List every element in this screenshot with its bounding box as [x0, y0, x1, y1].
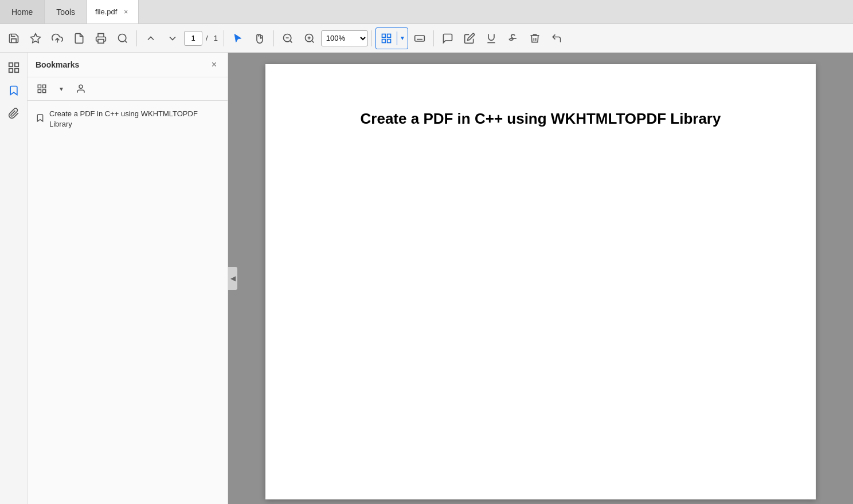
bookmarks-sidebar-button[interactable]: [3, 80, 24, 101]
main-area: Bookmarks × ▼ Create a PDF in C++ using …: [0, 53, 853, 504]
fit-page-button[interactable]: [376, 28, 397, 49]
separator-1: [136, 30, 137, 46]
strikethrough-button[interactable]: [503, 28, 523, 49]
svg-rect-13: [388, 34, 391, 37]
svg-rect-24: [9, 63, 12, 66]
tab-bar: Home Tools file.pdf ×: [0, 0, 853, 24]
svg-marker-0: [31, 33, 41, 42]
navigation-group: / 1: [140, 28, 220, 49]
icon-sidebar: [0, 53, 28, 504]
bookmarks-toolbar: ▼: [28, 77, 228, 101]
svg-point-3: [119, 34, 126, 41]
zoom-in-button[interactable]: [299, 28, 320, 49]
hand-tool-button[interactable]: [249, 28, 270, 49]
tab-home-label: Home: [11, 7, 33, 17]
bookmark-item-icon: [36, 113, 45, 125]
separator-5: [433, 30, 434, 46]
search-button[interactable]: [112, 28, 133, 49]
delete-button[interactable]: [525, 28, 545, 49]
bookmarks-title: Bookmarks: [36, 60, 79, 69]
fit-dropdown-button[interactable]: ▼: [397, 28, 408, 49]
svg-rect-28: [38, 85, 41, 88]
print-button[interactable]: [91, 28, 111, 49]
bookmarks-panel: Bookmarks × ▼ Create a PDF in C++ using …: [28, 53, 228, 504]
separator-2: [224, 30, 224, 46]
page-total: 1: [212, 34, 220, 42]
pdf-viewer[interactable]: Create a PDF in C++ using WKHTMLTOPDF Li…: [228, 53, 853, 504]
next-page-button[interactable]: [162, 28, 183, 49]
zoom-out-button[interactable]: [277, 28, 298, 49]
svg-rect-15: [388, 39, 391, 42]
tab-file[interactable]: file.pdf ×: [87, 0, 139, 23]
pdf-content-title: Create a PDF in C++ using WKHTMLTOPDF Li…: [311, 110, 770, 128]
svg-rect-12: [382, 34, 385, 37]
page-separator: /: [204, 34, 210, 42]
svg-rect-30: [38, 90, 41, 93]
upload-button[interactable]: [47, 28, 68, 49]
svg-line-4: [125, 40, 127, 42]
panel-toggle-icon: ◀: [230, 274, 236, 282]
comment-button[interactable]: [437, 28, 458, 49]
separator-3: [273, 30, 274, 46]
toolbar: / 1 100% 75% 125% 150% 200% Fit Page Fit…: [0, 24, 853, 53]
pdf-page: Create a PDF in C++ using WKHTMLTOPDF Li…: [265, 64, 816, 499]
fit-tool-group: ▼: [375, 27, 408, 49]
pages-sidebar-button[interactable]: [3, 57, 24, 78]
bookmarks-user-button[interactable]: [72, 81, 89, 97]
keyboard-button[interactable]: [409, 28, 430, 49]
svg-rect-26: [9, 69, 12, 72]
panel-toggle-button[interactable]: ◀: [228, 267, 237, 290]
tab-tools-label: Tools: [56, 7, 75, 17]
bookmarks-list-view-button[interactable]: [33, 81, 50, 97]
bookmarks-list: Create a PDF in C++ using WKHTMLTOPDF Li…: [28, 101, 228, 504]
svg-line-6: [290, 40, 292, 42]
bookmark-item-label: Create a PDF in C++ using WKHTMLTOPDF Li…: [49, 109, 220, 129]
bookmarks-header: Bookmarks ×: [28, 53, 228, 77]
svg-point-32: [79, 85, 83, 88]
svg-rect-29: [43, 85, 46, 88]
attachments-sidebar-button[interactable]: [3, 103, 24, 124]
svg-rect-2: [98, 39, 104, 43]
undo-button[interactable]: [546, 28, 567, 49]
prev-page-button[interactable]: [140, 28, 161, 49]
tab-close-button[interactable]: ×: [122, 7, 130, 17]
favorite-button[interactable]: [25, 28, 46, 49]
bookmark-item[interactable]: Create a PDF in C++ using WKHTMLTOPDF Li…: [28, 105, 228, 133]
separator-4: [371, 30, 372, 46]
page-input[interactable]: [184, 31, 202, 46]
tab-tools[interactable]: Tools: [45, 0, 87, 23]
svg-line-9: [312, 40, 314, 42]
underline-button[interactable]: [481, 28, 502, 49]
zoom-select[interactable]: 100% 75% 125% 150% 200% Fit Page Fit Wid…: [321, 30, 368, 46]
svg-rect-27: [14, 69, 18, 72]
bookmarks-view-dropdown-button[interactable]: ▼: [53, 81, 70, 97]
svg-rect-25: [14, 63, 18, 66]
tab-file-label: file.pdf: [95, 7, 117, 16]
cursor-tool-button[interactable]: [228, 28, 248, 49]
svg-rect-14: [382, 39, 385, 42]
svg-rect-16: [415, 36, 425, 41]
bookmarks-close-button[interactable]: ×: [209, 58, 220, 71]
save-button[interactable]: [3, 28, 24, 49]
highlight-button[interactable]: [459, 28, 480, 49]
new-file-button[interactable]: [69, 28, 89, 49]
svg-rect-31: [43, 90, 46, 93]
tab-home[interactable]: Home: [0, 0, 45, 23]
